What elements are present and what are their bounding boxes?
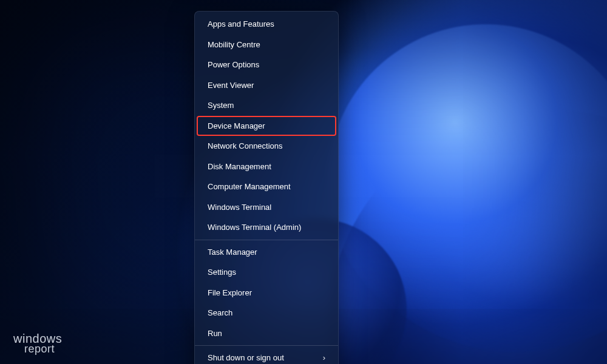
menu-item-disk-management[interactable]: Disk Management	[197, 157, 336, 177]
menu-item-network-connections[interactable]: Network Connections	[197, 136, 336, 157]
menu-item-label: Shut down or sign out	[208, 353, 318, 362]
menu-item-label: Mobility Centre	[208, 40, 325, 49]
menu-item-file-explorer[interactable]: File Explorer	[197, 283, 336, 303]
chevron-right-icon: ›	[323, 353, 325, 362]
menu-item-label: Event Viewer	[208, 81, 325, 90]
menu-item-label: Task Manager	[208, 248, 325, 257]
menu-item-event-viewer[interactable]: Event Viewer	[197, 75, 336, 96]
menu-item-windows-terminal[interactable]: Windows Terminal	[197, 197, 336, 218]
menu-item-mobility-centre[interactable]: Mobility Centre	[197, 35, 336, 55]
menu-item-label: System	[208, 101, 325, 110]
menu-item-windows-terminal-admin[interactable]: Windows Terminal (Admin)	[197, 217, 336, 238]
menu-item-search[interactable]: Search	[197, 303, 336, 323]
menu-item-power-options[interactable]: Power Options	[197, 55, 336, 75]
menu-item-label: Device Manager	[208, 121, 325, 130]
menu-separator	[195, 240, 338, 240]
menu-item-task-manager[interactable]: Task Manager	[197, 242, 336, 263]
menu-item-label: Run	[208, 329, 325, 338]
menu-item-label: Power Options	[208, 60, 325, 69]
winx-quick-link-menu[interactable]: Apps and FeaturesMobility CentrePower Op…	[194, 11, 339, 364]
menu-item-apps-and-features[interactable]: Apps and Features	[197, 14, 336, 35]
menu-item-computer-management[interactable]: Computer Management	[197, 177, 336, 197]
menu-separator	[195, 345, 338, 346]
menu-item-settings[interactable]: Settings	[197, 262, 336, 283]
menu-item-label: Settings	[208, 268, 325, 277]
menu-item-device-manager[interactable]: Device Manager	[197, 116, 336, 136]
menu-item-run[interactable]: Run	[197, 323, 336, 344]
menu-item-label: Windows Terminal (Admin)	[208, 223, 325, 232]
menu-item-label: Windows Terminal	[208, 203, 325, 212]
watermark: windows report	[13, 332, 62, 354]
menu-item-label: Network Connections	[208, 141, 325, 150]
menu-item-system[interactable]: System	[197, 95, 336, 116]
menu-item-label: Computer Management	[208, 182, 325, 191]
menu-item-label: File Explorer	[208, 288, 325, 297]
menu-item-label: Disk Management	[208, 162, 325, 171]
desktop-wallpaper: Apps and FeaturesMobility CentrePower Op…	[0, 0, 607, 364]
menu-item-label: Search	[208, 308, 325, 317]
menu-item-shut-down-or-sign-out[interactable]: Shut down or sign out›	[197, 348, 336, 364]
menu-item-label: Apps and Features	[208, 19, 325, 29]
